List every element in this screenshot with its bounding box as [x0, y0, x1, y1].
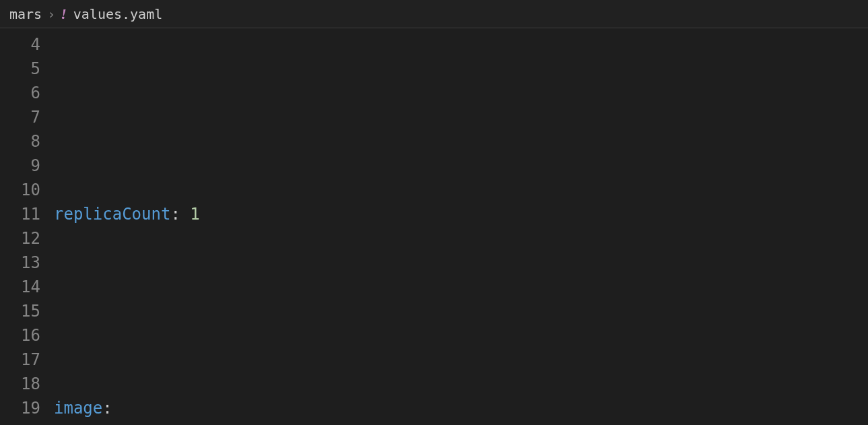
code-content[interactable]: replicaCount: 1 image: repository: nginx…	[54, 32, 868, 425]
yaml-key: image	[54, 396, 102, 420]
line-number: 9	[0, 154, 40, 178]
yaml-file-icon: !	[61, 5, 67, 23]
yaml-key: replicaCount	[54, 202, 170, 226]
line-number: 4	[0, 32, 40, 57]
line-number: 17	[0, 348, 40, 372]
line-number: 11	[0, 202, 40, 226]
line-number: 7	[0, 105, 40, 129]
line-number: 5	[0, 57, 40, 81]
colon: :	[170, 202, 180, 226]
breadcrumb: mars › ! values.yaml	[0, 0, 868, 28]
line-number: 18	[0, 372, 40, 396]
code-line: image:	[54, 396, 868, 420]
line-number: 19	[0, 396, 40, 420]
line-number: 12	[0, 226, 40, 251]
code-line	[54, 299, 868, 323]
line-number: 16	[0, 323, 40, 348]
line-number-gutter: 4 5 6 7 8 9 10 11 12 13 14 15 16 17 18 1…	[0, 32, 54, 425]
code-line: replicaCount: 1	[54, 202, 868, 226]
breadcrumb-file-group[interactable]: ! values.yaml	[61, 5, 162, 23]
breadcrumb-folder[interactable]: mars	[9, 6, 42, 22]
code-line	[54, 105, 868, 129]
line-number: 6	[0, 81, 40, 105]
breadcrumb-separator: ›	[47, 6, 55, 22]
line-number: 14	[0, 275, 40, 299]
line-number: 13	[0, 251, 40, 275]
line-number: 15	[0, 299, 40, 323]
breadcrumb-file: values.yaml	[73, 6, 162, 22]
line-number: 10	[0, 178, 40, 202]
editor-area[interactable]: 4 5 6 7 8 9 10 11 12 13 14 15 16 17 18 1…	[0, 28, 868, 425]
colon: :	[102, 396, 112, 420]
yaml-number: 1	[190, 202, 199, 226]
line-number: 8	[0, 129, 40, 154]
